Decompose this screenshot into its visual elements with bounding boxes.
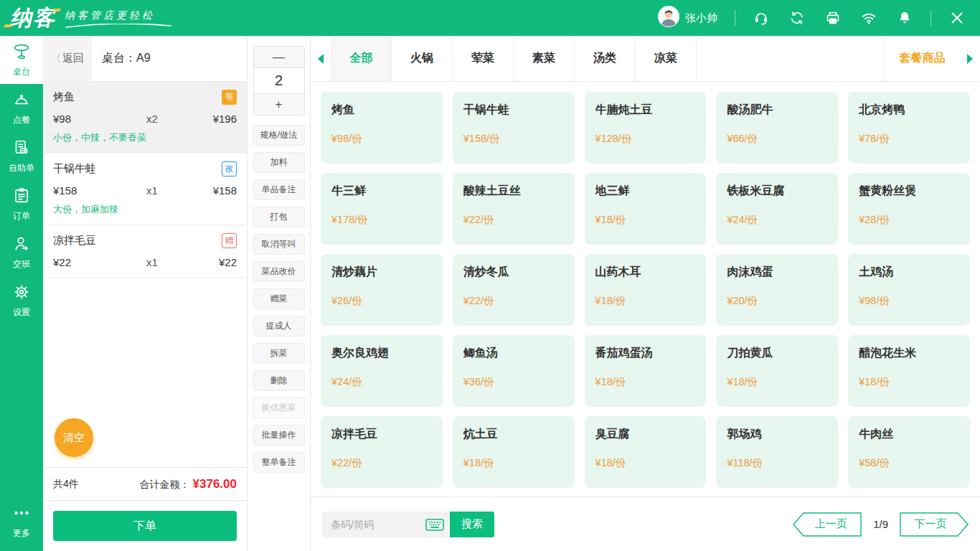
menu-item-name: 山药木耳: [595, 265, 696, 280]
action-item-note-button[interactable]: 单品备注: [253, 179, 305, 200]
qty-plus-button[interactable]: +: [254, 94, 304, 115]
menu-item-card[interactable]: 臭豆腐¥18/份: [585, 416, 707, 488]
keyboard-icon[interactable]: [425, 519, 444, 534]
order-item-qty: x2: [146, 113, 191, 125]
sidebar-item-gear[interactable]: 设置: [0, 276, 43, 324]
menu-item-name: 蟹黄粉丝煲: [859, 184, 959, 199]
action-add-topping-button[interactable]: 加料: [253, 152, 305, 173]
menu-item-card[interactable]: 烤鱼¥98/份: [321, 92, 443, 164]
menu-item-price: ¥18/份: [595, 294, 696, 308]
menu-item-card[interactable]: 鲫鱼汤¥36/份: [453, 335, 575, 407]
wifi-icon[interactable]: [860, 9, 877, 27]
menu-item-price: ¥24/份: [331, 375, 432, 389]
order-item-qty: x1: [146, 256, 191, 268]
tab-hotpot[interactable]: 火锅: [392, 36, 453, 81]
menu-item-name: 北京烤鸭: [859, 103, 959, 118]
menu-item-price: ¥22/份: [331, 456, 432, 470]
tab-combo-products[interactable]: 套餐商品: [884, 36, 960, 81]
menu-item-card[interactable]: 干锅牛蛙¥158/份: [453, 92, 575, 164]
close-icon[interactable]: [948, 9, 966, 27]
menu-item-card[interactable]: 铁板米豆腐¥24/份: [716, 173, 838, 245]
item-actions-column: — 2 + 规格/做法加料单品备注打包取消等叫菜品改价赠菜提成人拆菜删除换优惠菜…: [248, 36, 311, 551]
menu-item-card[interactable]: 酸辣土豆丝¥22/份: [453, 173, 575, 245]
menu-item-card[interactable]: 山药木耳¥18/份: [585, 254, 707, 326]
menu-item-card[interactable]: 清炒藕片¥26/份: [321, 254, 443, 326]
order-item-name: 凉拌毛豆: [53, 234, 96, 248]
menu-item-card[interactable]: 郭场鸡¥118/份: [716, 416, 838, 488]
menu-item-name: 土鸡汤: [859, 265, 959, 280]
headset-icon[interactable]: [753, 9, 770, 27]
search-button[interactable]: 搜索: [450, 512, 494, 537]
menu-item-price: ¥128/份: [595, 132, 696, 146]
menu-item-price: ¥66/份: [727, 132, 827, 146]
menu-item-name: 番茄鸡蛋汤: [595, 346, 696, 361]
menu-item-card[interactable]: 牛腩炖土豆¥128/份: [585, 92, 707, 164]
tab-meat[interactable]: 荤菜: [453, 36, 514, 81]
menu-item-card[interactable]: 清炒冬瓜¥22/份: [453, 254, 575, 326]
order-item-subtotal: ¥158: [191, 184, 237, 197]
menu-item-card[interactable]: 蟹黄粉丝煲¥28/份: [848, 173, 970, 245]
sidebar-item-table[interactable]: 桌台: [0, 36, 43, 84]
order-item[interactable]: 烤鱼等 ¥98x2¥196 小份，中辣，不要香菜: [43, 82, 247, 154]
menu-item-card[interactable]: 牛三鲜¥178/份: [321, 173, 443, 245]
menu-footer: 搜索 上一页 1/9 下一页: [311, 496, 980, 551]
sidebar-item-more[interactable]: 更多: [0, 497, 43, 545]
menu-item-name: 牛腩炖土豆: [595, 103, 696, 118]
sidebar-item-self-service[interactable]: 自助单: [0, 132, 43, 180]
menu-item-card[interactable]: 刀拍黄瓜¥18/份: [716, 335, 838, 407]
menu-item-name: 臭豆腐: [595, 427, 696, 442]
menu-item-card[interactable]: 北京烤鸭¥78/份: [848, 92, 970, 164]
action-spec-method-button[interactable]: 规格/做法: [253, 125, 305, 146]
tab-cold[interactable]: 凉菜: [636, 36, 697, 81]
tab-vegetable[interactable]: 素菜: [514, 36, 575, 81]
menu-item-card[interactable]: 奥尔良鸡翅¥24/份: [321, 335, 443, 407]
action-cancel-wait-button[interactable]: 取消等叫: [253, 234, 305, 255]
menu-item-name: 肉沫鸡蛋: [727, 265, 827, 280]
next-page-button[interactable]: 下一页: [900, 512, 969, 537]
menu-item-card[interactable]: 地三鲜¥18/份: [585, 173, 707, 245]
tabs-scroll-left-button[interactable]: [311, 36, 331, 81]
menu-item-card[interactable]: 土鸡汤¥98/份: [848, 254, 970, 326]
action-split-dish-button[interactable]: 拆菜: [253, 343, 305, 364]
menu-item-card[interactable]: 凉拌毛豆¥22/份: [321, 416, 443, 488]
back-button[interactable]: 〈 返回: [43, 36, 92, 81]
action-delete-button[interactable]: 删除: [253, 370, 305, 391]
tab-all[interactable]: 全部: [331, 36, 392, 81]
tab-soup[interactable]: 汤类: [575, 36, 636, 81]
tabs-scroll-right-button[interactable]: [960, 36, 980, 81]
order-item-subtotal: ¥196: [191, 113, 237, 125]
place-order-button[interactable]: 下单: [53, 511, 237, 541]
sidebar-item-order-list[interactable]: 订单: [0, 180, 43, 228]
clear-order-button[interactable]: 清空: [55, 418, 93, 457]
action-batch-operation-button[interactable]: 批量操作: [253, 425, 305, 446]
sidebar-item-shift[interactable]: 交班: [0, 228, 43, 276]
menu-item-price: ¥18/份: [463, 456, 564, 470]
menu-item-card[interactable]: 炕土豆¥18/份: [453, 416, 575, 488]
action-takeout-pack-button[interactable]: 打包: [253, 207, 305, 227]
menu-item-card[interactable]: 牛肉丝¥58/份: [848, 416, 970, 488]
menu-item-price: ¥26/份: [331, 294, 432, 308]
menu-item-name: 醋泡花生米: [859, 346, 959, 361]
printer-icon[interactable]: [824, 9, 842, 27]
menu-item-card[interactable]: 番茄鸡蛋汤¥18/份: [585, 335, 707, 407]
sync-icon[interactable]: [788, 9, 806, 27]
action-commission-person-button[interactable]: 提成人: [253, 316, 305, 336]
menu-item-price: ¥22/份: [463, 294, 564, 308]
menu-item-name: 凉拌毛豆: [331, 427, 432, 442]
action-gift-dish-button[interactable]: 赠菜: [253, 288, 305, 309]
sidebar-item-order-dish[interactable]: 点餐: [0, 84, 43, 132]
total-amount: ¥376.00: [193, 477, 237, 491]
app-logo: 纳客 纳客管店更轻松: [10, 7, 172, 29]
user-account[interactable]: 张小帅: [658, 6, 717, 30]
menu-item-card[interactable]: 醋泡花生米¥18/份: [848, 335, 970, 407]
action-change-price-button[interactable]: 菜品改价: [253, 261, 305, 282]
order-item[interactable]: 凉拌毛豆赠 ¥22x1¥22: [43, 225, 247, 278]
qty-minus-button[interactable]: —: [254, 47, 304, 67]
action-whole-order-note-button[interactable]: 整单备注: [253, 452, 305, 473]
prev-page-button[interactable]: 上一页: [793, 512, 862, 537]
menu-item-card[interactable]: 肉沫鸡蛋¥20/份: [716, 254, 838, 326]
bell-icon[interactable]: [896, 9, 913, 27]
quantity-stepper: — 2 +: [253, 46, 305, 116]
menu-item-card[interactable]: 酸汤肥牛¥66/份: [716, 92, 838, 164]
order-item[interactable]: 干锅牛蛙改 ¥158x1¥158 大份，加麻加辣: [43, 154, 247, 225]
